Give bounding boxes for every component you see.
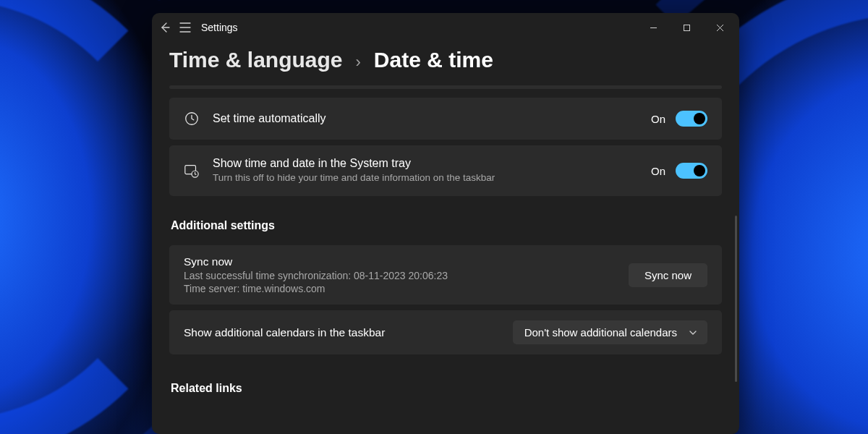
breadcrumb-parent[interactable]: Time & language xyxy=(169,48,343,72)
minimize-icon xyxy=(650,24,658,32)
back-arrow-icon xyxy=(159,22,171,33)
setting-row-system-tray-clock[interactable]: Show time and date in the System tray Tu… xyxy=(169,145,722,196)
sync-title: Sync now xyxy=(184,255,629,268)
sync-time-server: Time server: time.windows.com xyxy=(184,283,629,294)
section-heading-additional-settings: Additional settings xyxy=(169,202,722,239)
hamburger-icon xyxy=(179,22,191,33)
app-title: Settings xyxy=(201,22,238,33)
settings-content: Set time automatically On Show time and … xyxy=(152,85,739,402)
setting-title: Show time and date in the System tray xyxy=(213,157,651,170)
dropdown-selected-value: Don't show additional calendars xyxy=(524,326,677,339)
setting-row-sync-now: Sync now Last successful time synchroniz… xyxy=(169,245,722,305)
previous-card-edge xyxy=(169,85,722,89)
maximize-button[interactable] xyxy=(670,16,703,39)
maximize-icon xyxy=(683,24,691,32)
setting-title: Set time automatically xyxy=(213,112,651,125)
setting-row-additional-calendars: Show additional calendars in the taskbar… xyxy=(169,310,722,354)
hamburger-menu-button[interactable] xyxy=(175,17,195,38)
settings-window: Settings Time & language › Date & time S… xyxy=(152,13,739,434)
svg-rect-0 xyxy=(684,25,689,30)
close-button[interactable] xyxy=(703,16,736,39)
setting-title: Show additional calendars in the taskbar xyxy=(184,326,513,339)
breadcrumb-current: Date & time xyxy=(374,48,493,72)
breadcrumb-separator-icon: › xyxy=(356,53,361,72)
additional-calendars-dropdown[interactable]: Don't show additional calendars xyxy=(513,320,707,344)
taskbar-clock-icon xyxy=(184,163,200,179)
setting-row-set-time-automatically[interactable]: Set time automatically On xyxy=(169,98,722,140)
section-heading-related-links: Related links xyxy=(169,360,722,402)
toggle-state-label: On xyxy=(651,113,665,125)
sync-last-success: Last successful time synchronization: 08… xyxy=(184,270,629,281)
minimize-button[interactable] xyxy=(637,16,670,39)
close-icon xyxy=(716,24,724,32)
sync-now-button[interactable]: Sync now xyxy=(629,263,707,287)
setting-subtitle: Turn this off to hide your time and date… xyxy=(213,171,651,184)
chevron-down-icon xyxy=(689,328,697,337)
toggle-set-time-automatically[interactable] xyxy=(676,111,707,127)
breadcrumb: Time & language › Date & time xyxy=(152,42,739,85)
clock-icon xyxy=(184,111,200,127)
toggle-system-tray-clock[interactable] xyxy=(676,163,707,179)
titlebar: Settings xyxy=(152,13,739,42)
back-button[interactable] xyxy=(155,17,175,38)
toggle-state-label: On xyxy=(651,165,665,177)
scrollbar-thumb[interactable] xyxy=(735,216,737,382)
